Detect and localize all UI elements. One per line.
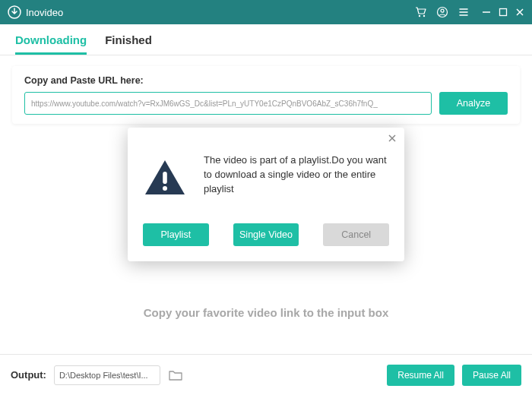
svg-point-2 (423, 15, 425, 17)
svg-point-7 (163, 186, 167, 191)
cart-icon[interactable] (415, 6, 427, 18)
analyze-button[interactable]: Analyze (439, 92, 508, 115)
resume-all-button[interactable]: Resume All (387, 365, 454, 386)
titlebar-right (415, 6, 524, 18)
output-label: Output: (11, 369, 46, 381)
folder-icon[interactable] (168, 368, 183, 382)
hint-text: Copy your favorite video link to the inp… (0, 306, 532, 319)
dialog-close-icon[interactable] (386, 132, 398, 144)
titlebar-left: Inovideo (8, 5, 63, 19)
maximize-icon[interactable] (499, 8, 508, 17)
cancel-button[interactable]: Cancel (323, 223, 389, 246)
svg-rect-6 (163, 172, 167, 184)
pause-all-button[interactable]: Pause All (462, 365, 521, 386)
svg-point-1 (419, 15, 420, 17)
url-row: Analyze (24, 92, 508, 115)
single-video-button[interactable]: Single Video (233, 223, 299, 246)
tab-downloading[interactable]: Downloading (15, 33, 87, 55)
user-icon[interactable] (436, 6, 448, 18)
url-panel: Copy and Paste URL here: Analyze (12, 66, 520, 124)
minimize-icon[interactable] (482, 8, 491, 17)
titlebar: Inovideo (0, 0, 532, 24)
dialog-message: The video is part of a playlist.Do you w… (204, 153, 389, 197)
playlist-dialog: The video is part of a playlist.Do you w… (128, 128, 404, 261)
app-title: Inovideo (26, 7, 63, 18)
bottom-bar: Output: D:\Desktop Files\test\I... Resum… (0, 354, 532, 395)
menu-icon[interactable] (458, 6, 470, 18)
tabs: Downloading Finished (0, 24, 532, 55)
svg-point-4 (441, 9, 444, 12)
app-logo-icon (8, 5, 21, 19)
url-label: Copy and Paste URL here: (24, 75, 508, 86)
output-path[interactable]: D:\Desktop Files\test\I... (54, 365, 160, 385)
warning-icon (143, 158, 187, 198)
playlist-button[interactable]: Playlist (143, 223, 209, 246)
tab-finished[interactable]: Finished (105, 33, 152, 55)
close-icon[interactable] (515, 8, 524, 17)
url-input[interactable] (24, 92, 432, 115)
svg-rect-5 (500, 9, 507, 16)
